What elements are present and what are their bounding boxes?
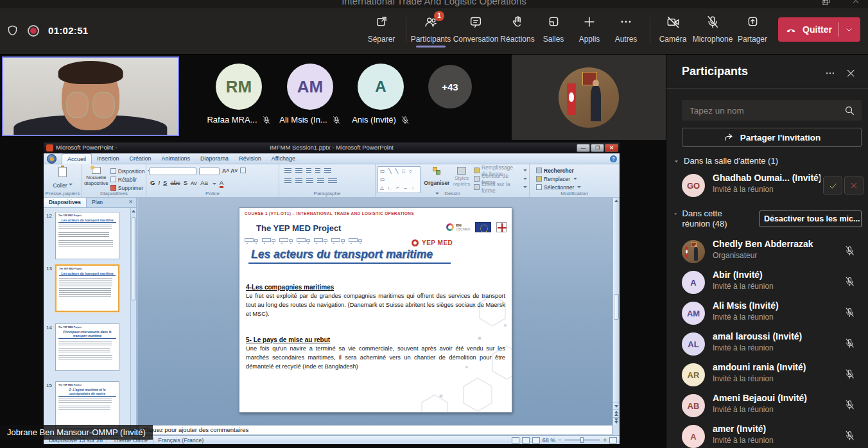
mic-off-icon[interactable] bbox=[844, 399, 855, 410]
admit-button[interactable] bbox=[823, 177, 842, 194]
mic-off-icon[interactable] bbox=[844, 430, 855, 441]
chevron-down-icon bbox=[673, 211, 679, 218]
organizer-video-tile[interactable] bbox=[512, 55, 666, 140]
participant-row[interactable]: A Abir (Invité) Invité à la réunion bbox=[666, 267, 868, 298]
slide-project-title: The YEP MED Project bbox=[256, 223, 341, 233]
language-indicator: Français (France) bbox=[158, 437, 204, 444]
participant-tile-avatar[interactable]: A bbox=[358, 64, 404, 110]
shield-icon bbox=[6, 24, 19, 37]
change-case-button: Aa bbox=[200, 179, 208, 186]
participant-row[interactable]: AB Ameni Bejaoui (Invité) Invité à la ré… bbox=[666, 390, 868, 421]
find-icon bbox=[536, 168, 542, 173]
panel-tab-plan: Plan bbox=[87, 198, 108, 207]
mic-off-icon[interactable] bbox=[844, 338, 855, 349]
mic-off-icon bbox=[706, 15, 720, 30]
mic-off-icon[interactable] bbox=[844, 307, 855, 318]
recording-icon bbox=[28, 25, 39, 37]
waiting-room-entry[interactable]: GO Ghadhab Oumai... (Invité) Invité à la… bbox=[666, 170, 868, 203]
plus-icon bbox=[582, 15, 596, 30]
align-right-icon bbox=[306, 178, 313, 184]
outdent-icon bbox=[315, 168, 320, 173]
slide-course-line: COURSE 1 (VT1-OT1) – INTERNATIONAL TRADE… bbox=[245, 211, 414, 216]
ribbon-group-font: A˄ A˅ G I S abc S AV Aa A Police bbox=[146, 164, 279, 197]
participant-row[interactable]: AL amal laroussi (Invité) Invité à la ré… bbox=[666, 329, 868, 359]
participant-tile-avatar[interactable]: RM bbox=[216, 64, 262, 110]
camera-off-icon bbox=[666, 15, 681, 30]
paste-icon bbox=[58, 167, 67, 177]
mute-all-button[interactable]: Désactiver tous les mic... bbox=[759, 211, 862, 227]
participant-tile-avatar[interactable]: AM bbox=[287, 64, 333, 110]
self-video-tile[interactable] bbox=[2, 56, 179, 136]
eni-cbcmed-logo: ENICBCMED bbox=[446, 223, 470, 231]
truck-graphics bbox=[245, 238, 363, 244]
justify-icon bbox=[317, 178, 324, 184]
quit-button[interactable]: Quitter bbox=[778, 17, 860, 42]
paste-button: Coller bbox=[53, 182, 67, 189]
find-button: Rechercher bbox=[544, 168, 574, 174]
quit-divider bbox=[838, 22, 839, 37]
sorter-view-icon bbox=[522, 437, 530, 444]
waiting-room-header[interactable]: Dans la salle d'attente (1) bbox=[673, 156, 778, 166]
font-color-button: A bbox=[220, 179, 223, 188]
quick-styles-button: Styles rapides bbox=[453, 176, 471, 187]
search-input[interactable] bbox=[682, 100, 862, 121]
ppt-tab-accueil: Accueil bbox=[62, 153, 92, 164]
layout-button: Disposition bbox=[118, 168, 145, 175]
canvas-scrollbar bbox=[612, 198, 620, 425]
ppt-titlebar: Microsoft PowerPoint - IMFMM Session1.pp… bbox=[44, 142, 620, 153]
avatar: AM bbox=[682, 302, 705, 325]
zoom-slider bbox=[564, 439, 600, 441]
office-button bbox=[47, 154, 56, 164]
quit-chevron-icon[interactable] bbox=[844, 25, 854, 35]
ribbon-group-editing: Rechercher Remplacer Sélectionner Modifi… bbox=[530, 164, 619, 197]
chat-icon bbox=[469, 15, 483, 30]
rooms-icon bbox=[547, 15, 560, 30]
slide-section4-heading: 4-Les compagnies maritimes bbox=[246, 284, 334, 291]
mic-off-icon[interactable] bbox=[844, 245, 855, 256]
overflow-tile[interactable]: +43 bbox=[428, 65, 472, 108]
yep-med-icon bbox=[412, 239, 419, 246]
meeting-toolbar: 01:02:51 Séparer 1 Participants Conversa… bbox=[0, 8, 868, 55]
ppt-slides-panel: Diapositives Plan ✕ 12 The YEP MED Proje… bbox=[44, 198, 137, 435]
participant-row[interactable]: A amer (Invité) Invité à la réunion bbox=[666, 421, 868, 448]
window-titlebar: International Trade And Logistic Operati… bbox=[0, 0, 868, 8]
window-restore-icon[interactable] bbox=[822, 0, 831, 6]
ppt-ribbon: Coller Presse-papiers Nouvelle diapositi… bbox=[44, 164, 620, 198]
participant-row[interactable]: Chedly Ben Abderrazak Organisateur bbox=[666, 236, 868, 267]
slide-title: Les acteurs du transport maritime bbox=[248, 248, 451, 264]
panel-more-icon[interactable] bbox=[824, 67, 836, 79]
hangup-icon bbox=[785, 23, 797, 36]
window-collapse-icon[interactable] bbox=[851, 0, 860, 6]
ppt-tab-animations: Animations bbox=[157, 153, 196, 164]
select-icon bbox=[536, 184, 542, 190]
mic-off-icon[interactable] bbox=[844, 368, 855, 379]
participants-badge: 1 bbox=[434, 11, 444, 21]
columns-icon bbox=[328, 178, 337, 184]
presenter-name-label: Jobrane Ben Mansour-OMMP (Invité) bbox=[0, 425, 153, 440]
clear-format-icon bbox=[240, 168, 246, 173]
in-meeting-header[interactable]: Dans cette réunion (48) bbox=[673, 209, 750, 230]
indent-icon bbox=[306, 168, 311, 173]
shared-screen-powerpoint[interactable]: Microsoft PowerPoint - IMFMM Session1.pp… bbox=[44, 142, 620, 444]
participant-row[interactable]: AM Ali Msis (Invité) Invité à la réunion bbox=[666, 298, 868, 329]
shape-effects-icon bbox=[474, 184, 480, 190]
participant-row[interactable]: AR amdouni rania (Invité) Invité à la ré… bbox=[666, 359, 868, 390]
panel-close-icon[interactable] bbox=[845, 67, 856, 79]
avatar: AR bbox=[682, 363, 705, 386]
teams-meeting-window: International Trade And Logistic Operati… bbox=[0, 0, 868, 448]
mic-off-icon bbox=[401, 116, 410, 125]
deny-button[interactable] bbox=[844, 177, 864, 194]
ppt-document-title: IMFMM Session1.pptx - Microsoft PowerPoi… bbox=[44, 144, 620, 151]
organizer-photo-avatar bbox=[559, 67, 619, 128]
ppt-help-icon: ? bbox=[610, 155, 617, 162]
arrange-button: Organiser bbox=[424, 180, 449, 186]
share-button[interactable]: Partager bbox=[723, 15, 782, 44]
shapes-gallery: ▭ ╲ ╲ □ ○ ▭ △ ∟ ⌐ → ↓ ◇ * ~ ∿ { } ☆ bbox=[378, 166, 421, 193]
numbering-icon bbox=[295, 168, 302, 173]
share-invitation-button[interactable]: Partager l'invitation bbox=[682, 128, 862, 147]
select-button: Sélectionner bbox=[544, 184, 574, 191]
panel-title: Participants bbox=[682, 65, 748, 78]
share-invitation-icon bbox=[723, 132, 734, 143]
mic-off-icon[interactable] bbox=[844, 276, 855, 287]
meeting-timer: 01:02:51 bbox=[48, 25, 88, 36]
